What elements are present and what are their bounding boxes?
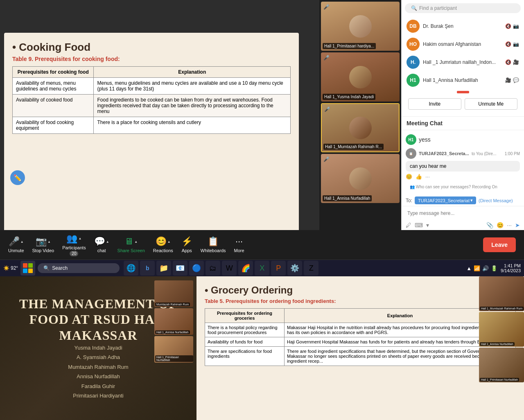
taskbar-app-chrome[interactable]: 🌈 [238,261,253,275]
taskbar-app-edge2[interactable]: 🔵 [189,261,204,275]
grocery-prerequisite-2: Availability of funds for food [205,337,285,347]
taskbar-app-files[interactable]: 🗂 [206,261,220,275]
mini-video-1: Mumtazah Rahimah Rum [154,280,193,307]
search-placeholder: Find a participant [419,5,457,11]
participant-name-h1: Hall 1_Annisa Nurfadillah [423,77,502,83]
participant-item-db: DB Dr. Burak Şen 🔇 📷 [405,17,521,35]
file-icon[interactable]: 📎 [486,222,493,228]
reactions-toolbar-item[interactable]: 😊 ▲ Reactions [153,236,173,253]
video-icon: 🎥 [513,59,519,65]
taskbar-search[interactable]: 🔍 Search [38,263,120,273]
mic-chevron-up-icon[interactable]: ▲ [20,240,24,244]
reactions-icon: 😊 [156,236,167,247]
participants-toolbar-item[interactable]: 👥 ▲ Participants 20 [62,233,86,256]
emoji-react-icon[interactable]: 😊 [406,174,412,180]
whiteboards-label: Whiteboards [201,248,226,253]
invite-button[interactable]: Invite [408,98,461,110]
unmute-toolbar-item[interactable]: 🎤 ▲ Unmute [8,236,24,253]
reactions-chevron-up-icon[interactable]: ▲ [167,240,171,244]
bottom-toolbar: 🎤 ▲ Unmute 📷 ▲ Stop Video 👥 ▲ Partici [0,230,524,260]
table-row: Availability of menus, menu guidelines a… [13,78,291,95]
grocery-mini-video-2: Hall 1_Annisa Nurfadillah [479,312,524,347]
more-options-icon[interactable]: ··· [425,174,430,180]
col2-header: Explanation [94,67,291,78]
participant-name-h: Hall _1 Jumriatun naillah_Indon... [423,59,502,65]
share-screen-chevron-up-icon[interactable]: ▲ [134,240,138,244]
chat-toolbar-item[interactable]: 💬 ▲ chat [94,236,109,253]
share-screen-toolbar-item[interactable]: 🖥 ▲ Share Screen [117,236,145,253]
more-dots-icon: ··· [235,236,243,247]
participant-label-1: Hall 1_Primitasari hardiya... [323,43,376,49]
whiteboards-toolbar-item[interactable]: 📋 Whiteboards [201,236,226,253]
grocery-table-row-3: There are specifications for food ingred… [205,347,516,366]
format-icon[interactable]: 🖊 [406,222,411,228]
chat-to-row: To: TURJAF2023_Secretariat ▾ (Direct Mes… [402,195,524,206]
gif-icon[interactable]: ··· [507,222,512,228]
unmute-label: Unmute [8,248,24,253]
mic-icon-1: 🎤 [323,4,330,10]
prerequisite-3: Availability of food cooking equipment [13,117,94,134]
apps-toolbar-item[interactable]: ⚡ Apps [181,236,192,253]
windows-logo-icon [23,263,33,273]
chat-label: chat [97,248,106,253]
participant-video-1: 🎤 Hall 1_Primitasari hardiya... [321,2,400,51]
grocery-col1-header: Prerequisites for ordering groceries [205,309,285,323]
mention-icon[interactable]: ⌨ [415,222,423,228]
chat-message-2: 📋 TURJAF2023_Secreta... to You (Dire... … [406,148,520,180]
participant-item-h: H. Hall _1 Jumriatun naillah_Indon... 🔇 … [405,53,521,71]
taskbar-app-word[interactable]: W [222,261,237,275]
taskbar-app-settings[interactable]: ⚙️ [287,261,302,275]
presentation-main-title: THE MANAGEMENT OFFOOD AT RSUD HAJIMAKASS… [19,296,177,343]
main-container: • Cooking Food Table 9. Prerequisites fo… [0,0,524,420]
share-screen-icon: 🖥 [124,236,133,247]
windows-start-button[interactable] [20,261,35,275]
send-icon[interactable]: ➤ [515,222,520,228]
leave-button[interactable]: Leave [483,237,516,252]
more-toolbar-item[interactable]: ··· More [234,236,244,253]
video-chevron-up-icon[interactable]: ▲ [47,240,51,244]
participant-icons-db: 🔇 📷 [505,23,519,29]
chevron-up-tray-icon[interactable]: ▲ [466,265,472,271]
participant-icons-h: 🔇 🎥 [505,59,519,65]
grocery-mini-label-1: Hall 1_Mumtazah Rahimah Rum [480,307,524,310]
chat-recipient-dropdown[interactable]: TURJAF2023_Secretariat ▾ [415,196,476,204]
taskbar-search-text: Search [52,265,68,271]
participant-name-ho: Hakim osmani Afghanistan [423,41,502,47]
unmute-me-button[interactable]: Unmute Me [465,98,518,110]
msg-time-2: 1:00 PM [505,151,520,156]
mini-video-label-3: Hall 1_Primitasari Nurfadillah [155,355,193,362]
privacy-icon: 👥 [410,185,415,189]
grocery-subtitle: Table 5. Prerequisites for ordering food… [205,298,516,304]
volume-icon[interactable]: 🔊 [482,265,489,271]
taskbar-app-powerpoint[interactable]: P [271,261,286,275]
chat-input[interactable] [406,209,520,218]
thumbs-up-icon[interactable]: 👍 [416,174,422,180]
mic-muted-icon: 🎤 [9,236,20,247]
taskbar-app-excel[interactable]: X [255,261,269,275]
taskbar-clock[interactable]: 1:41 PM 9/14/2023 [501,263,521,273]
taskbar-app-edge[interactable]: 🌐 [124,261,138,275]
grocery-mini-videos: Hall 1_Mumtazah Rahimah Rum Hall 1_Annis… [479,276,524,382]
chat-msg-bubble-2: can you hear me [406,161,520,172]
taskbar-app-bing[interactable]: b [140,261,155,275]
emoji-icon[interactable]: 😊 [497,222,504,228]
clock-date: 9/14/2023 [501,268,521,273]
participants-label: Participants [62,245,86,250]
participants-chevron-up-icon[interactable]: ▲ [78,237,81,240]
mic-icon-2: 🎤 [323,55,330,61]
taskbar-app-explorer[interactable]: 📁 [156,261,171,275]
chat-msg-text-1: yess [419,136,431,143]
bullet-list-icon[interactable]: ▾ [426,222,429,228]
stop-video-toolbar-item[interactable]: 📷 ▲ Stop Video [32,236,54,253]
presentation-authors: Yusma Indah Jayadi A. Syamsiah Adha Mumt… [19,343,177,400]
chat-chevron-up-icon[interactable]: ▲ [106,240,109,244]
edit-button[interactable]: ✏️ [10,170,25,185]
taskbar-app-outlook[interactable]: 📧 [173,261,187,275]
system-tray-icons: ▲ 📶 🔊 🔋 [466,265,497,271]
table-row: Availability of food cooking equipment T… [13,117,291,134]
chat-toolbar: 🖊 ⌨ ▾ 📎 😊 ··· ➤ [402,220,524,230]
participant-search[interactable]: 🔍 Find a participant [405,3,521,13]
taskbar-app-zoom[interactable]: Z [304,261,318,275]
msg-avatar-secretariat: 📋 [406,148,416,159]
dropdown-chevron-icon: ▾ [470,198,473,203]
